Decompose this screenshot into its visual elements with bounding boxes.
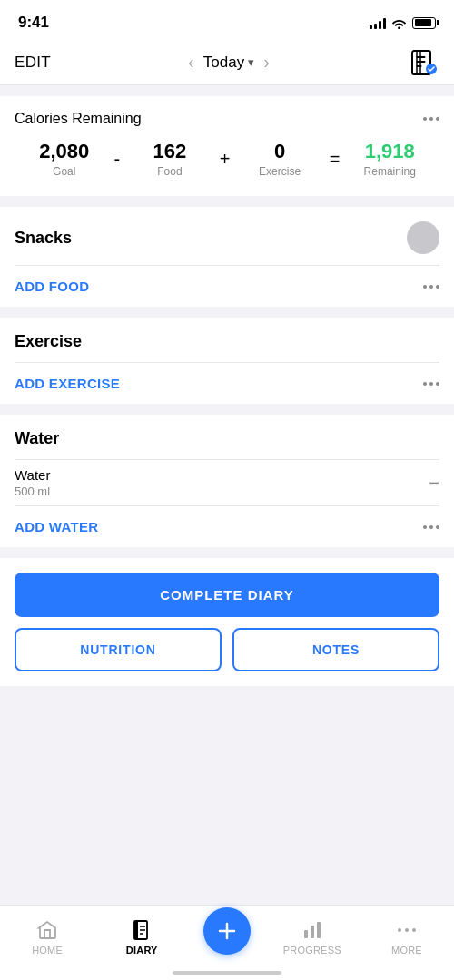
calories-row: 2,080 Goal - 162 Food + 0 Exercise = 1,9… (15, 140, 439, 178)
svg-rect-3 (417, 61, 426, 63)
notes-button[interactable]: NOTES (232, 628, 439, 671)
svg-rect-7 (134, 921, 138, 939)
snacks-title: Snacks (15, 229, 72, 248)
tab-diary[interactable]: DIARY (94, 919, 189, 956)
status-time: 9:41 (18, 14, 49, 32)
add-water-row[interactable]: ADD WATER (0, 506, 454, 547)
water-info: Water 500 ml (15, 467, 50, 498)
tab-home[interactable]: HOME (0, 919, 94, 956)
tab-plus[interactable] (189, 907, 264, 967)
home-indicator (173, 971, 281, 975)
exercise-more-button[interactable] (423, 382, 439, 386)
food-more-button[interactable] (423, 285, 439, 289)
water-entry: Water 500 ml − (0, 460, 454, 505)
tab-progress[interactable]: PROGRESS (265, 919, 360, 956)
status-bar: 9:41 (0, 0, 454, 40)
edit-button[interactable]: EDIT (15, 54, 51, 72)
exercise-item: 0 Exercise (230, 140, 329, 178)
food-value: 162 (153, 140, 187, 163)
water-name: Water (15, 467, 50, 483)
date-title: Today (203, 54, 244, 72)
snacks-section: Snacks ADD FOOD (0, 207, 454, 307)
add-water-button[interactable]: ADD WATER (15, 519, 98, 534)
exercise-section: Exercise ADD EXERCISE (0, 318, 454, 404)
svg-rect-2 (417, 56, 426, 58)
dropdown-arrow: ▾ (248, 55, 254, 69)
equals-operator: = (330, 149, 340, 170)
tab-more[interactable]: MORE (360, 919, 454, 956)
diary-icon (410, 49, 437, 76)
remaining-value: 1,918 (365, 140, 415, 163)
calories-title: Calories Remaining (15, 111, 142, 127)
home-icon (36, 919, 58, 941)
prev-day-button[interactable]: ‹ (188, 52, 194, 73)
remaining-label: Remaining (364, 165, 416, 178)
diary-tab-icon (131, 919, 153, 941)
progress-icon (301, 919, 323, 941)
food-item: 162 Food (120, 140, 219, 178)
battery-icon (412, 17, 436, 29)
more-dot-1 (398, 928, 401, 932)
add-exercise-row[interactable]: ADD EXERCISE (0, 363, 454, 404)
tab-bar: HOME DIARY PROGRESS (0, 905, 454, 980)
add-food-button[interactable]: ADD FOOD (15, 279, 89, 294)
svg-rect-4 (417, 65, 422, 67)
tab-more-label: MORE (391, 945, 422, 956)
svg-rect-13 (304, 930, 308, 938)
tab-diary-label: DIARY (126, 945, 158, 956)
add-exercise-button[interactable]: ADD EXERCISE (15, 376, 120, 391)
add-button[interactable] (203, 907, 251, 955)
next-day-button[interactable]: › (263, 52, 270, 73)
water-header: Water (0, 415, 454, 459)
exercise-title: Exercise (15, 332, 82, 351)
buttons-section: COMPLETE DIARY NUTRITION NOTES (0, 558, 454, 686)
diary-icon-button[interactable] (407, 46, 439, 79)
add-food-row[interactable]: ADD FOOD (0, 266, 454, 307)
more-dot-3 (412, 928, 416, 932)
calories-section: Calories Remaining 2,080 Goal - 162 Food… (0, 96, 454, 196)
complete-diary-button[interactable]: COMPLETE DIARY (15, 573, 439, 617)
goal-item: 2,080 Goal (15, 140, 114, 178)
more-dot-2 (405, 928, 409, 932)
water-section: Water Water 500 ml − ADD WATER (0, 415, 454, 547)
wifi-icon (391, 17, 407, 29)
water-minus-button[interactable]: − (429, 473, 439, 494)
secondary-buttons: NUTRITION NOTES (15, 628, 439, 671)
remaining-item: 1,918 Remaining (340, 140, 439, 178)
snacks-circle-button[interactable] (407, 221, 439, 254)
exercise-label: Exercise (259, 165, 301, 178)
status-icons (370, 16, 436, 29)
exercise-header: Exercise (0, 318, 454, 362)
snacks-header: Snacks (0, 207, 454, 265)
minus-operator: - (114, 149, 120, 170)
nav-bar: EDIT ‹ Today ▾ › (0, 40, 454, 85)
water-title: Water (15, 429, 59, 448)
svg-rect-15 (317, 922, 321, 938)
calories-more-button[interactable] (423, 117, 439, 121)
goal-label: Goal (53, 165, 75, 178)
exercise-value: 0 (274, 140, 285, 163)
tab-home-label: HOME (32, 945, 63, 956)
nav-center: ‹ Today ▾ › (188, 52, 270, 73)
plus-icon (214, 918, 240, 944)
tab-progress-label: PROGRESS (283, 945, 341, 956)
nutrition-button[interactable]: NUTRITION (15, 628, 222, 671)
date-selector[interactable]: Today ▾ (203, 54, 254, 72)
water-amount: 500 ml (15, 485, 50, 498)
food-label: Food (157, 165, 182, 178)
plus-operator: + (220, 149, 231, 170)
svg-rect-14 (311, 926, 314, 938)
signal-icon (370, 16, 386, 29)
goal-value: 2,080 (39, 140, 89, 163)
calories-header: Calories Remaining (15, 111, 439, 127)
water-more-button[interactable] (423, 525, 439, 529)
